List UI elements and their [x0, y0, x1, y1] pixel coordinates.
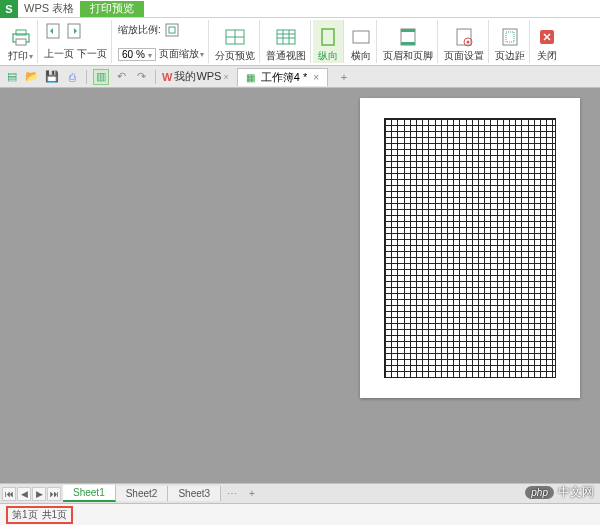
redo-icon[interactable]: ↷ [133, 69, 149, 85]
svg-rect-10 [277, 30, 295, 44]
page-indicator-highlight: 第1页 共1页 [6, 506, 73, 524]
total-pages-label: 共1页 [42, 508, 68, 522]
page-nav-group: 上一页 下一页 [40, 20, 112, 63]
spreadsheet-grid-preview [384, 118, 556, 378]
svg-rect-5 [166, 24, 178, 36]
save-icon[interactable]: 💾 [44, 69, 60, 85]
page-break-preview-button[interactable]: 分页预览 [211, 20, 260, 63]
sheet-more-button[interactable]: ⋯ [221, 488, 243, 499]
page-zoom-icon [164, 22, 182, 38]
print-button[interactable]: 打印▾ [4, 20, 38, 63]
title-bar: S WPS 表格 打印预览 [0, 0, 600, 18]
document-name: 工作簿4 * [261, 70, 307, 85]
landscape-icon [350, 26, 372, 48]
undo-icon[interactable]: ↶ [113, 69, 129, 85]
sheet-nav-next[interactable]: ▶ [32, 487, 46, 501]
svg-rect-19 [401, 42, 415, 45]
sheet-add-button[interactable]: + [243, 488, 261, 499]
landscape-label: 横向 [351, 49, 371, 63]
preview-page [360, 98, 580, 398]
page-zoom-button[interactable]: 页面缩放▾ [159, 47, 204, 61]
php-badge: php [525, 486, 554, 499]
brand-text: 中文网 [558, 484, 594, 501]
portrait-label: 纵向 [318, 49, 338, 63]
normal-view-icon [275, 26, 297, 48]
zoom-group: 缩放比例: 60 % ▾ 页面缩放▾ [114, 20, 209, 63]
status-bar: 第1页 共1页 [0, 503, 600, 525]
header-footer-button[interactable]: 页眉和页脚 [379, 20, 438, 63]
close-button[interactable]: 关闭 [532, 20, 562, 63]
app-badge: S [0, 0, 18, 18]
portrait-icon [317, 26, 339, 48]
header-footer-icon [397, 26, 419, 48]
my-wps-link[interactable]: W我的WPS × [162, 69, 229, 84]
printer-icon [10, 26, 32, 48]
open-folder-icon[interactable]: 📂 [24, 69, 40, 85]
page-prev-icon [44, 22, 62, 40]
normal-view-label: 普通视图 [266, 49, 306, 63]
prev-page-button[interactable] [44, 22, 62, 40]
margins-icon [499, 26, 521, 48]
page-setup-label: 页面设置 [444, 49, 484, 63]
preview-icon[interactable]: ▥ [93, 69, 109, 85]
preview-workspace [0, 88, 600, 483]
page-break-icon [224, 26, 246, 48]
add-tab-button[interactable]: + [336, 69, 352, 85]
watermark: php 中文网 [525, 484, 594, 501]
svg-rect-16 [353, 31, 369, 43]
page-break-label: 分页预览 [215, 49, 255, 63]
landscape-button[interactable]: 横向 [346, 20, 377, 63]
close-tab-icon[interactable]: × [313, 72, 319, 83]
document-tab[interactable]: ▦ 工作簿4 * × [237, 68, 328, 86]
sheet-tab-3[interactable]: Sheet3 [168, 486, 221, 501]
sheet-tab-2[interactable]: Sheet2 [116, 486, 169, 501]
sheet-tab-bar: ⏮ ◀ ▶ ⏭ Sheet1 Sheet2 Sheet3 ⋯ + [0, 483, 600, 503]
current-page-label: 第1页 [12, 508, 38, 522]
sheet-tab-1[interactable]: Sheet1 [63, 485, 116, 502]
header-footer-label: 页眉和页脚 [383, 49, 433, 63]
svg-rect-24 [506, 32, 514, 42]
svg-rect-23 [503, 29, 517, 45]
svg-point-22 [467, 41, 470, 44]
portrait-button[interactable]: 纵向 [313, 20, 344, 63]
normal-view-button[interactable]: 普通视图 [262, 20, 311, 63]
sheet-nav-prev[interactable]: ◀ [17, 487, 31, 501]
page-setup-icon [453, 26, 475, 48]
separator [155, 70, 156, 84]
sheet-nav-first[interactable]: ⏮ [2, 487, 16, 501]
sheet-nav-last[interactable]: ⏭ [47, 487, 61, 501]
quick-access-toolbar: ▤ 📂 💾 ⎙ ▥ ↶ ↷ W我的WPS × ▦ 工作簿4 * × + [0, 66, 600, 88]
svg-rect-15 [322, 29, 334, 45]
print-quick-icon[interactable]: ⎙ [64, 69, 80, 85]
print-label: 打印▾ [8, 49, 33, 63]
page-next-icon [65, 22, 83, 40]
next-page-button[interactable] [65, 22, 83, 40]
svg-rect-2 [16, 39, 26, 45]
margins-label: 页边距 [495, 49, 525, 63]
close-label: 关闭 [537, 49, 557, 63]
margins-button[interactable]: 页边距 [491, 20, 530, 63]
separator [86, 70, 87, 84]
svg-rect-18 [401, 29, 415, 32]
ribbon: 打印▾ 上一页 下一页 缩放比例: 60 % ▾ 页面缩放▾ 分页预览 [0, 18, 600, 66]
close-icon [536, 26, 558, 48]
zoom-ratio-label: 缩放比例: [118, 23, 161, 37]
page-setup-button[interactable]: 页面设置 [440, 20, 489, 63]
zoom-value-input[interactable]: 60 % ▾ [118, 48, 156, 61]
next-page-label: 下一页 [77, 47, 107, 61]
svg-rect-6 [169, 27, 175, 33]
app-title: WPS 表格 [18, 1, 80, 16]
ribbon-tab-print-preview[interactable]: 打印预览 [80, 1, 144, 17]
spreadsheet-icon: ▦ [246, 72, 255, 83]
prev-page-label: 上一页 [44, 47, 74, 61]
new-file-icon[interactable]: ▤ [4, 69, 20, 85]
